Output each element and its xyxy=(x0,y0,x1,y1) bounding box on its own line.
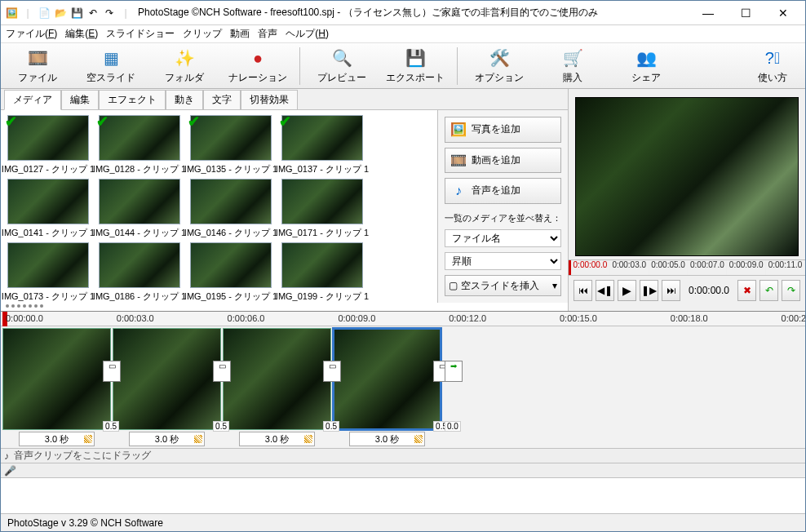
toolbar-export[interactable]: 💾エクスポート xyxy=(379,43,452,89)
media-item[interactable]: IMG_0171 - クリップ 1 xyxy=(278,179,366,239)
redo-icon[interactable]: ↷ xyxy=(102,6,117,20)
clip-thumbnail xyxy=(2,328,111,430)
arrow-right-icon: ➡ xyxy=(450,361,457,370)
toolbar-folder[interactable]: ✨フォルダ xyxy=(148,43,221,89)
add-audio-button[interactable]: ♪音声を追加 xyxy=(445,178,561,204)
media-item[interactable]: ✔IMG_0127 - クリップ 1 xyxy=(4,115,92,175)
media-item[interactable]: IMG_0144 - クリップ 1 xyxy=(95,179,184,239)
media-thumbnail-grid[interactable]: ✔IMG_0127 - クリップ 1✔IMG_0128 - クリップ 1✔IMG… xyxy=(1,110,437,303)
media-thumbnail xyxy=(281,179,363,224)
preview-timeline[interactable]: 0:00:00.00:00:03.00:00:05.00:00:07.00:00… xyxy=(569,259,805,276)
ruler-mark: 0:00:06.0 xyxy=(228,313,265,323)
maximize-button[interactable]: ☐ xyxy=(727,2,764,24)
frame-fwd-button[interactable]: ❚▶ xyxy=(640,280,658,301)
clip-thumbnail xyxy=(113,328,221,430)
media-item[interactable]: IMG_0195 - クリップ 1 xyxy=(187,242,275,303)
wand-icon: ✨ xyxy=(173,47,196,69)
timeline-clip[interactable]: ▭ 0.5 3.0 秒 xyxy=(2,328,111,448)
clip-thumbnail xyxy=(223,328,331,430)
clip-duration[interactable]: 3.0 秒 xyxy=(239,432,315,446)
help-icon: ?⃝ xyxy=(761,47,784,69)
media-item[interactable]: IMG_0199 - クリップ 1 xyxy=(278,242,366,303)
add-video-button[interactable]: 🎞️動画を追加 xyxy=(445,148,561,174)
media-item[interactable]: IMG_0146 - クリップ 1 xyxy=(187,179,275,239)
transition-button[interactable]: ▭ xyxy=(103,361,121,382)
undo-icon[interactable]: ↶ xyxy=(86,6,100,20)
toolbar-help[interactable]: ?⃝使い方 xyxy=(740,43,805,89)
menu-edit[interactable]: 編集(E) xyxy=(65,27,98,41)
toolbar-preview[interactable]: 🔍プレビュー xyxy=(305,43,379,89)
frame-back-button[interactable]: ◀❚ xyxy=(596,280,614,301)
media-caption: IMG_0146 - クリップ 1 xyxy=(184,227,277,239)
media-thumbnail xyxy=(99,179,180,224)
media-item[interactable]: ✔IMG_0137 - クリップ 1 xyxy=(278,115,366,175)
menu-slideshow[interactable]: スライドショー xyxy=(106,27,175,41)
sort-dir-select[interactable]: 昇順 xyxy=(445,252,561,270)
preview-time-mark: 0:00:00.0 xyxy=(569,260,610,275)
clip-duration[interactable]: 3.0 秒 xyxy=(19,432,95,446)
narration-track[interactable]: 🎤 xyxy=(1,463,805,478)
check-icon: ✔ xyxy=(279,113,295,129)
media-caption: IMG_0135 - クリップ 1 xyxy=(184,163,277,175)
sep: | xyxy=(118,6,133,20)
tab-motion[interactable]: 動き xyxy=(166,90,203,110)
rotate-left-button[interactable]: ↶ xyxy=(760,280,778,301)
tab-transition[interactable]: 切替効果 xyxy=(241,90,298,110)
media-thumbnail: ✔ xyxy=(190,115,272,161)
media-actions: 🖼️写真を追加 🎞️動画を追加 ♪音声を追加 一覧のメディアを並べ替え： ファイ… xyxy=(437,110,568,303)
toolbar-buy[interactable]: 🛒購入 xyxy=(536,43,609,89)
tab-media[interactable]: メディア xyxy=(4,90,61,110)
toolbar-options[interactable]: 🛠️オプション xyxy=(463,43,536,89)
media-caption: IMG_0144 - クリップ 1 xyxy=(93,227,186,239)
media-item[interactable]: IMG_0141 - クリップ 1 xyxy=(4,179,92,239)
content-row: メディア 編集 エフェクト 動き 文字 切替効果 ✔IMG_0127 - クリッ… xyxy=(1,89,805,311)
menu-help[interactable]: ヘルプ(H) xyxy=(286,27,329,41)
ruler-mark: 0:00:21.0 xyxy=(782,313,806,323)
media-item[interactable]: IMG_0173 - クリップ 1 xyxy=(4,242,92,303)
play-button[interactable]: ▶ xyxy=(618,280,636,301)
menu-clip[interactable]: クリップ xyxy=(183,27,222,41)
skip-end-button[interactable]: ⏭ xyxy=(662,280,680,301)
transition-button[interactable]: ▭ xyxy=(213,361,231,382)
tab-edit[interactable]: 編集 xyxy=(61,90,99,110)
timeline-clip[interactable]: ▭ 0.5 3.0 秒 xyxy=(333,328,441,448)
insert-blank-button[interactable]: ▢空スライドを挿入▾ xyxy=(445,275,561,296)
save-icon[interactable]: 💾 xyxy=(69,6,84,20)
preview-time-mark: 0:00:05.0 xyxy=(649,260,689,275)
audio-track[interactable]: ♪ 音声クリップをここにドラッグ xyxy=(1,449,805,463)
add-photo-button[interactable]: 🖼️写真を追加 xyxy=(445,117,561,143)
toolbar-narration[interactable]: ●ナレーション xyxy=(221,43,294,89)
skip-start-button[interactable]: ⏮ xyxy=(574,280,592,301)
timeline-clip[interactable]: ▭ 0.5 3.0 秒 xyxy=(223,328,331,448)
close-button[interactable]: ✕ xyxy=(764,2,802,24)
timeline-fill xyxy=(1,478,805,513)
tab-effect[interactable]: エフェクト xyxy=(99,90,166,110)
toolbar-file[interactable]: 🎞️ファイル xyxy=(1,43,74,89)
timeline-clip[interactable]: ▭ 0.5 3.0 秒 xyxy=(113,328,221,448)
media-caption: IMG_0127 - クリップ 1 xyxy=(2,163,95,175)
timeline-end[interactable]: ➡0.0 xyxy=(443,328,464,448)
toolbar-blank-slide[interactable]: ▦空スライド xyxy=(74,43,148,89)
menu-file[interactable]: ファイル(F) xyxy=(6,27,57,41)
sort-field-select[interactable]: ファイル名 xyxy=(445,229,561,247)
minimize-button[interactable]: — xyxy=(689,2,727,24)
delete-button[interactable]: ✖ xyxy=(737,280,756,301)
menu-video[interactable]: 動画 xyxy=(230,27,250,41)
rotate-right-button[interactable]: ↷ xyxy=(782,280,800,301)
tab-text[interactable]: 文字 xyxy=(203,90,241,110)
menu-audio[interactable]: 音声 xyxy=(258,27,277,41)
open-icon[interactable]: 📂 xyxy=(53,6,68,20)
toolbar-share[interactable]: 👥シェア xyxy=(609,43,683,89)
timeline-ruler[interactable]: 0:00:00.00:00:03.00:00:06.00:00:09.00:00… xyxy=(1,312,805,326)
media-item[interactable]: ✔IMG_0135 - クリップ 1 xyxy=(187,115,275,175)
media-item[interactable]: IMG_0186 - クリップ 1 xyxy=(95,242,184,303)
end-transition-button[interactable]: ➡ xyxy=(445,361,463,382)
timeline-clips[interactable]: ▭ 0.5 3.0 秒 ▭ 0.5 3.0 秒 ▭ 0.5 3.0 秒 ▭ 0.… xyxy=(1,326,805,449)
media-item[interactable]: ✔IMG_0128 - クリップ 1 xyxy=(95,115,184,175)
titlebar: 🖼️ | 📄 📂 💾 ↶ ↷ | PhotoStage ©NCH Softwar… xyxy=(1,1,805,25)
new-icon[interactable]: 📄 xyxy=(37,6,51,20)
clip-duration[interactable]: 3.0 秒 xyxy=(129,432,205,446)
clip-duration[interactable]: 3.0 秒 xyxy=(349,432,425,446)
transition-button[interactable]: ▭ xyxy=(323,361,341,382)
quick-access-toolbar: 🖼️ | 📄 📂 💾 ↶ ↷ | xyxy=(4,6,133,20)
